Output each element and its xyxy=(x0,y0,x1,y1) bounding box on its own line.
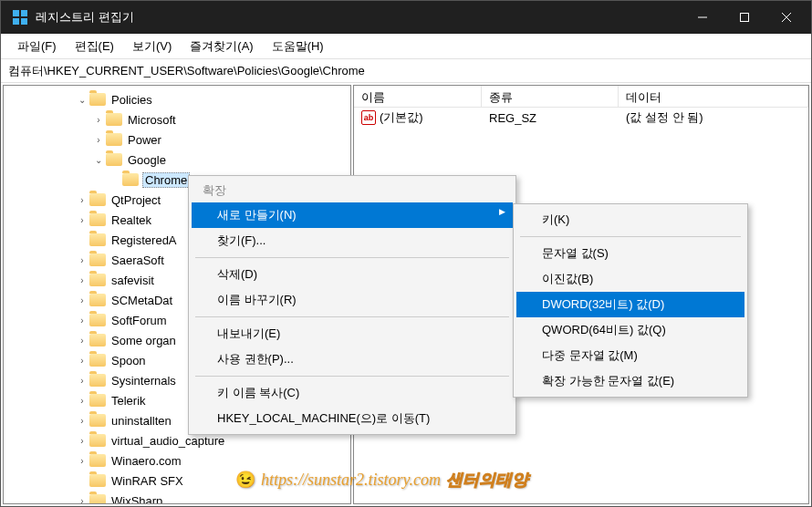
menu-rename[interactable]: 이름 바꾸기(R) xyxy=(192,287,513,313)
minimize-button[interactable] xyxy=(682,1,724,34)
tree-node-label: Some organ xyxy=(109,334,178,347)
tree-node-label: Microsoft xyxy=(126,113,178,127)
header-name[interactable]: 이름 xyxy=(354,86,482,107)
close-button[interactable] xyxy=(765,1,807,34)
menu-goto-hklm[interactable]: HKEY_LOCAL_MACHINE(으)로 이동(T) xyxy=(192,406,513,431)
chevron-right-icon[interactable]: › xyxy=(75,215,89,225)
maximize-button[interactable] xyxy=(724,1,765,34)
tree-node-label: Policies xyxy=(109,93,154,107)
chevron-right-icon[interactable]: › xyxy=(75,416,89,426)
header-type[interactable]: 종류 xyxy=(482,86,619,107)
chevron-right-icon[interactable]: › xyxy=(75,456,89,466)
tree-node-label: SaeraSoft xyxy=(109,254,166,267)
folder-icon xyxy=(89,193,106,206)
folder-icon xyxy=(122,173,139,186)
folder-icon xyxy=(89,294,106,306)
submenu-dword-value[interactable]: DWORD(32비트) 값(D) xyxy=(516,292,744,317)
chevron-right-icon[interactable]: › xyxy=(91,115,106,125)
separator xyxy=(195,376,509,377)
menu-edit[interactable]: 편집(E) xyxy=(66,35,123,58)
chevron-right-icon[interactable]: › xyxy=(75,275,89,285)
address-path: 컴퓨터\HKEY_CURRENT_USER\Software\Policies\… xyxy=(8,64,365,78)
value-name-cell: ab (기본값) xyxy=(354,108,482,128)
folder-icon xyxy=(106,153,122,166)
context-submenu-new: 키(K) 문자열 값(S) 이진값(B) DWORD(32비트) 값(D) QW… xyxy=(513,203,748,398)
context-menu: 확장 새로 만들기(N) 찾기(F)... 삭제(D) 이름 바꾸기(R) 내보… xyxy=(188,175,516,435)
separator xyxy=(195,316,509,317)
menu-permissions[interactable]: 사용 권한(P)... xyxy=(192,347,513,372)
chevron-right-icon[interactable]: › xyxy=(91,135,106,145)
folder-icon xyxy=(89,254,106,266)
folder-icon xyxy=(106,133,122,146)
tree-node-label: Sysinternals xyxy=(109,374,178,388)
address-bar[interactable]: 컴퓨터\HKEY_CURRENT_USER\Software\Policies\… xyxy=(1,59,811,83)
chevron-right-icon[interactable]: › xyxy=(75,255,89,265)
chevron-right-icon[interactable]: › xyxy=(75,356,89,366)
value-type: REG_SZ xyxy=(482,109,619,127)
menu-new[interactable]: 새로 만들기(N) xyxy=(192,202,513,228)
submenu-binary-value[interactable]: 이진값(B) xyxy=(516,266,744,292)
folder-icon xyxy=(89,93,106,106)
chevron-right-icon[interactable]: › xyxy=(75,376,89,386)
chevron-right-icon[interactable]: › xyxy=(75,396,89,406)
chevron-right-icon[interactable]: › xyxy=(75,436,89,446)
chevron-right-icon[interactable]: › xyxy=(75,336,89,346)
menu-view[interactable]: 보기(V) xyxy=(123,35,181,58)
tree-node-label: Realtek xyxy=(109,213,153,227)
folder-icon xyxy=(89,394,106,407)
folder-icon xyxy=(89,454,106,467)
folder-icon xyxy=(89,314,106,326)
context-menu-title: 확장 xyxy=(192,179,513,202)
tree-node-label: WixSharp xyxy=(109,494,164,505)
tree-node[interactable]: WinRAR SFX xyxy=(4,471,350,491)
tree-node[interactable]: ›Power xyxy=(4,129,350,150)
tree-node[interactable]: ⌄Policies xyxy=(4,89,350,109)
tree-node-label: SCMetaDat xyxy=(109,294,174,307)
tree-node-label: Winaero.com xyxy=(109,454,183,468)
menu-copy-key-name[interactable]: 키 이름 복사(C) xyxy=(192,380,513,406)
header-data[interactable]: 데이터 xyxy=(619,86,808,107)
submenu-qword-value[interactable]: QWORD(64비트) 값(Q) xyxy=(516,317,744,343)
tree-node-label: RegisteredA xyxy=(109,233,179,247)
tree-node[interactable]: ›WixSharp xyxy=(4,491,350,504)
chevron-right-icon[interactable]: › xyxy=(75,316,89,326)
menu-export[interactable]: 내보내기(E) xyxy=(192,321,513,347)
menu-favorites[interactable]: 즐겨찾기(A) xyxy=(181,35,262,58)
folder-icon xyxy=(106,113,122,126)
submenu-key[interactable]: 키(K) xyxy=(516,207,744,233)
folder-icon xyxy=(89,434,106,447)
folder-icon xyxy=(89,474,106,487)
string-value-icon: ab xyxy=(361,110,376,125)
list-row[interactable]: ab (기본값) REG_SZ (값 설정 안 됨) xyxy=(354,108,808,128)
menu-find[interactable]: 찾기(F)... xyxy=(192,228,513,254)
tree-node[interactable]: ⌄Google xyxy=(4,150,350,170)
tree-node-label: SoftForum xyxy=(109,314,169,327)
submenu-string-value[interactable]: 문자열 값(S) xyxy=(516,241,744,266)
titlebar: 레지스트리 편집기 xyxy=(1,1,811,34)
app-icon xyxy=(12,9,28,26)
tree-node-label: Spoon xyxy=(109,354,148,367)
tree-node-label: uninstallten xyxy=(109,414,173,428)
chevron-down-icon[interactable]: ⌄ xyxy=(75,95,89,105)
value-name: (기본값) xyxy=(380,109,423,126)
folder-icon xyxy=(89,274,106,286)
submenu-multistring-value[interactable]: 다중 문자열 값(M) xyxy=(516,343,744,368)
value-data: (값 설정 안 됨) xyxy=(619,108,808,128)
menu-delete[interactable]: 삭제(D) xyxy=(192,262,513,287)
chevron-down-icon[interactable]: ⌄ xyxy=(91,155,106,165)
tree-node-label: Google xyxy=(126,153,168,167)
svg-rect-1 xyxy=(741,14,749,22)
chevron-right-icon[interactable]: › xyxy=(75,295,89,305)
menu-help[interactable]: 도움말(H) xyxy=(263,35,333,58)
chevron-right-icon[interactable]: › xyxy=(75,496,89,505)
chevron-right-icon[interactable]: › xyxy=(75,195,89,205)
folder-icon xyxy=(89,233,106,246)
folder-icon xyxy=(89,374,106,387)
folder-icon xyxy=(89,334,106,347)
menubar: 파일(F) 편집(E) 보기(V) 즐겨찾기(A) 도움말(H) xyxy=(1,34,811,59)
menu-file[interactable]: 파일(F) xyxy=(8,35,66,58)
tree-node[interactable]: ›Microsoft xyxy=(4,109,350,129)
submenu-expandstring-value[interactable]: 확장 가능한 문자열 값(E) xyxy=(516,368,744,394)
tree-node[interactable]: ›Winaero.com xyxy=(4,450,350,471)
tree-node-label: QtProject xyxy=(109,193,162,207)
